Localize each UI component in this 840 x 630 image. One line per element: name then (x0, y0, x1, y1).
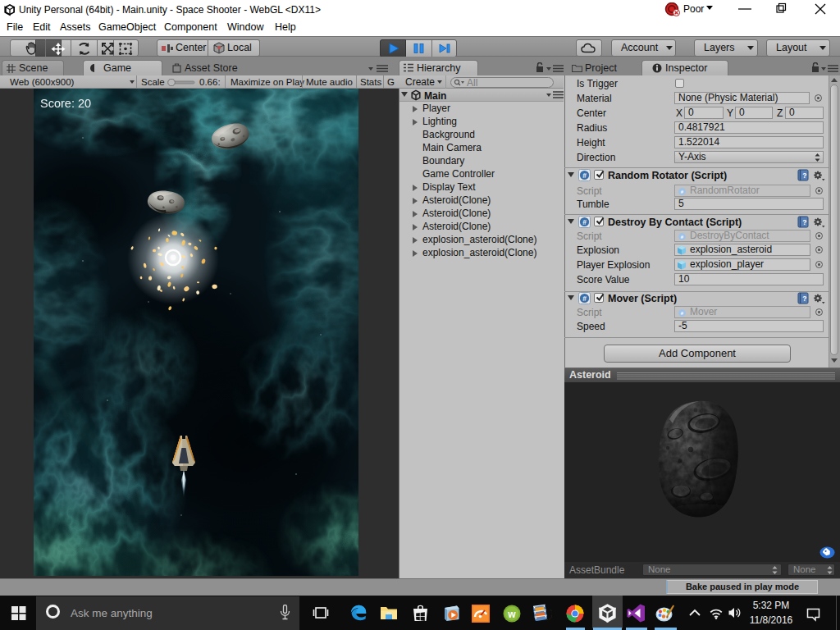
svg-text:Score: 20: Score: 20 (40, 97, 91, 110)
svg-text:#: # (582, 218, 587, 226)
svg-text:w: w (507, 609, 516, 620)
svg-text:#: # (582, 294, 587, 303)
svg-text:#: # (582, 171, 587, 180)
svg-text:?: ? (802, 294, 806, 303)
svg-text:?: ? (802, 218, 806, 226)
svg-text:?: ? (802, 171, 806, 180)
